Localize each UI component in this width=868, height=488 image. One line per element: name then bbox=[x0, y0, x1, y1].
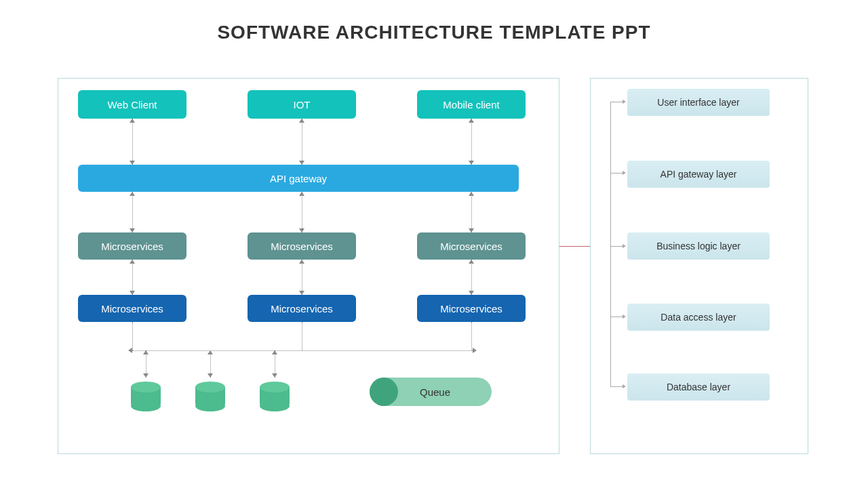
connector bbox=[302, 322, 302, 350]
arrow-left-icon bbox=[128, 348, 132, 353]
connector bbox=[132, 322, 133, 350]
arrow-up-icon bbox=[469, 119, 474, 123]
queue-circle-icon bbox=[370, 378, 398, 406]
mobile-client-box: Mobile client bbox=[417, 90, 526, 119]
web-client-box: Web Client bbox=[78, 90, 186, 119]
database-cylinder-icon bbox=[131, 382, 161, 407]
arrow-up-icon bbox=[143, 350, 149, 354]
microservices-a2-box: Microservices bbox=[248, 232, 356, 260]
database-cylinder-icon bbox=[195, 382, 225, 407]
arrow-up-icon bbox=[208, 350, 213, 354]
arrow-down-icon bbox=[208, 373, 213, 378]
queue-label: Queue bbox=[420, 386, 450, 398]
connector bbox=[302, 119, 302, 165]
arrow-up-icon bbox=[130, 260, 135, 264]
microservices-a1-box: Microservices bbox=[78, 232, 186, 260]
iot-box: IOT bbox=[248, 90, 356, 119]
connector bbox=[471, 119, 472, 165]
arrow-up-icon bbox=[130, 119, 135, 123]
connector bbox=[132, 119, 133, 165]
microservices-b3-box: Microservices bbox=[417, 295, 526, 322]
page-title: SOFTWARE ARCHITECTURE TEMPLATE PPT bbox=[0, 0, 868, 43]
api-gateway-layer-box: API gateway layer bbox=[627, 161, 770, 188]
arrow-right-icon bbox=[473, 348, 477, 353]
arrow-down-icon bbox=[272, 373, 277, 378]
business-logic-layer-box: Business logic layer bbox=[627, 232, 770, 260]
arrow-up-icon bbox=[299, 192, 304, 196]
arrow-up-icon bbox=[272, 350, 277, 354]
queue-box: Queue bbox=[370, 378, 492, 406]
arrow-up-icon bbox=[469, 260, 474, 264]
data-access-layer-box: Data access layer bbox=[627, 304, 770, 331]
arrow-up-icon bbox=[299, 119, 304, 123]
connector bbox=[302, 192, 302, 232]
arrow-up-icon bbox=[299, 260, 304, 264]
architecture-panel: Web Client IOT Mobile client API gateway… bbox=[58, 78, 559, 454]
connector bbox=[302, 260, 302, 295]
api-gateway-box: API gateway bbox=[78, 165, 519, 192]
microservices-b1-box: Microservices bbox=[78, 295, 186, 322]
connector bbox=[132, 192, 133, 232]
user-interface-layer-box: User interface layer bbox=[627, 89, 770, 116]
database-layer-box: Database layer bbox=[627, 373, 770, 401]
connector bbox=[471, 322, 472, 350]
connector bbox=[471, 260, 472, 295]
microservices-a3-box: Microservices bbox=[417, 232, 526, 260]
arrow-down-icon bbox=[143, 373, 149, 378]
arrow-up-icon bbox=[130, 192, 135, 196]
connector bbox=[132, 350, 473, 351]
layers-panel: User interface layer API gateway layer B… bbox=[590, 78, 808, 454]
panel-connector bbox=[559, 246, 590, 247]
database-cylinder-icon bbox=[260, 382, 290, 407]
arrow-up-icon bbox=[469, 192, 474, 196]
microservices-b2-box: Microservices bbox=[248, 295, 356, 322]
connector bbox=[132, 260, 133, 295]
connector bbox=[471, 192, 472, 232]
